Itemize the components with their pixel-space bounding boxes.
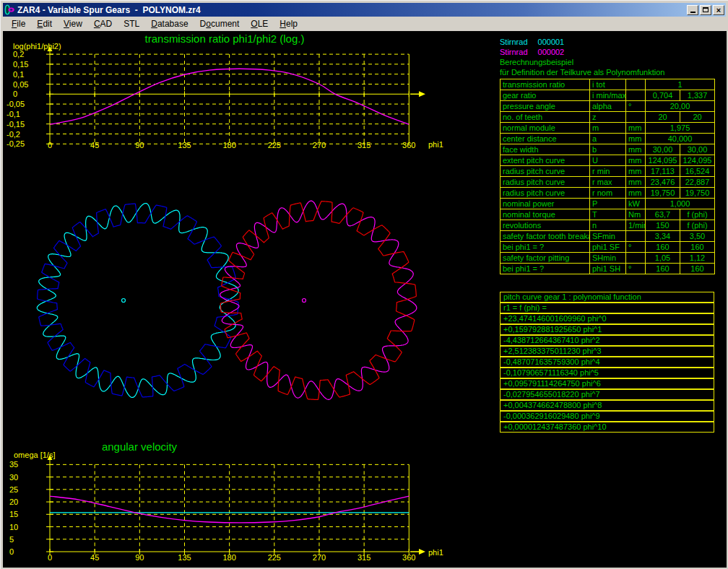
description-line-2: für Definition der Teilkurve als Polynom… (500, 67, 664, 77)
table-cell: 1/min (626, 220, 646, 231)
table-row: gear ratioi min/max0,7041,337 (500, 90, 715, 101)
table-cell: mm (626, 166, 646, 177)
menu-item-document[interactable]: Document (194, 17, 246, 30)
table-cell: SHmin (590, 253, 626, 264)
menu-item-ole[interactable]: OLE (245, 17, 274, 30)
table-cell: mm (626, 123, 646, 134)
menu-item-file[interactable]: File (6, 17, 31, 30)
poly-coefficient: +23,474146001609960 phi^0 (500, 313, 714, 324)
table-cell: r nom (590, 188, 626, 199)
table-cell: no. of teeth (500, 112, 590, 123)
poly-coefficient: -0,107906571116340 phi^5 (500, 368, 714, 378)
table-row: nominal powerPkW1,000 (500, 199, 715, 209)
menu-item-cad[interactable]: CAD (88, 17, 118, 30)
window-controls: × (687, 5, 726, 15)
table-cell: kW (626, 199, 646, 209)
close-button[interactable]: × (713, 5, 724, 15)
table-cell: 30,00 (680, 144, 715, 155)
table-cell: mm (626, 188, 646, 199)
table-cell: bei phi1 = ? (500, 264, 590, 274)
table-cell: 3,34 (646, 231, 680, 242)
table-cell: ° (626, 101, 646, 112)
table-cell: 0,704 (646, 90, 680, 101)
table-cell: i min/max (590, 90, 626, 101)
poly-coefficient: +0,159792881925650 phi^1 (500, 324, 714, 335)
table-row: bei phi1 = ?phi1 SF°160160 (500, 242, 715, 253)
table-row: no. of teethz2020 (500, 112, 715, 123)
table-cell: center distance (500, 134, 590, 144)
table-cell: 124,095 (680, 155, 715, 166)
poly-coefficient: -0,027954655018220 phi^7 (500, 389, 714, 400)
poly-coefficient: -0,000362916029480 phi^9 (500, 411, 714, 422)
gear2-header: Stirnrad000002 (500, 47, 564, 57)
table-cell (626, 231, 646, 242)
menu-item-stl[interactable]: STL (118, 17, 145, 30)
table-row: normal modulemmm1,975 (500, 123, 715, 134)
gear1-header: Stirnrad000001 (500, 37, 564, 47)
table-cell: 160 (680, 242, 715, 253)
table-cell: 1 (646, 79, 715, 90)
table-cell: safety factor tooth breakage (500, 231, 590, 242)
table-cell: mm (626, 134, 646, 144)
table-cell: radius pitch curve (500, 188, 590, 199)
table-cell: mm (626, 144, 646, 155)
table-row: nominal torqueTNm63,7f (phi) (500, 209, 715, 220)
table-cell: 1,337 (680, 90, 715, 101)
table-cell: 23,476 (646, 177, 680, 188)
table-cell: r max (590, 177, 626, 188)
table-cell: mm (626, 177, 646, 188)
table-cell: 30,00 (646, 144, 680, 155)
table-row: radius pitch curver minmm17,11316,524 (500, 166, 715, 177)
table-cell: 20 (680, 112, 715, 123)
table-cell: nominal torque (500, 209, 590, 220)
table-cell: revolutions (500, 220, 590, 231)
maximize-icon (703, 7, 708, 12)
menu-item-database[interactable]: Database (145, 17, 194, 30)
maximize-button[interactable] (700, 5, 711, 15)
table-cell: mm (626, 155, 646, 166)
poly-coefficient: +2,512383375011230 phi^3 (500, 346, 714, 357)
table-cell: extent pitch curve (500, 155, 590, 166)
table-cell: 22,887 (680, 177, 715, 188)
table-row: face widthbmm30,0030,00 (500, 144, 715, 155)
table-cell (626, 79, 646, 90)
polynomial-table: pitch curve gear 1 : polynomial function… (500, 292, 714, 433)
window-title: ZAR4 - Variable Spur Gears - POLYNOM.zr4 (17, 5, 201, 15)
table-cell: 20,00 (646, 101, 715, 112)
poly-coefficient: -0,487071635759300 phi^4 (500, 357, 714, 368)
table-cell: 1,05 (646, 253, 680, 264)
table-cell: a (590, 134, 626, 144)
table-cell: 20 (646, 112, 680, 123)
table-cell: 1,12 (680, 253, 715, 264)
table-row: transmission ratioi tot1 (500, 79, 715, 90)
gear2-label: Stirnrad (500, 48, 528, 56)
table-cell: 124,095 (646, 155, 680, 166)
table-cell: safety factor pitting (500, 253, 590, 264)
table-cell: ° (626, 264, 646, 274)
menu-item-help[interactable]: Help (274, 17, 303, 30)
menu-item-edit[interactable]: Edit (31, 17, 58, 30)
app-icon (4, 4, 15, 15)
menu-item-view[interactable]: View (58, 17, 88, 30)
table-row: extent pitch curveUmm124,095124,095 (500, 155, 715, 166)
table-cell: radius pitch curve (500, 177, 590, 188)
table-cell: nominal power (500, 199, 590, 209)
results-panel: Stirnrad000001 Stirnrad000002 Berechnung… (3, 31, 727, 568)
table-row: safety factor tooth breakageSFmin3,343,5… (500, 231, 715, 242)
table-cell: face width (500, 144, 590, 155)
table-cell: i tot (590, 79, 626, 90)
table-cell: Nm (626, 209, 646, 220)
minimize-button[interactable] (687, 5, 698, 15)
table-row: radius pitch curver maxmm23,47622,887 (500, 177, 715, 188)
poly-table-header: pitch curve gear 1 : polynomial function (500, 292, 714, 303)
table-cell: n (590, 220, 626, 231)
poly-coefficient: +0,000012437487360 phi^10 (500, 422, 714, 433)
table-cell: T (590, 209, 626, 220)
table-cell: ° (626, 242, 646, 253)
table-row: revolutionsn1/min150f (phi) (500, 220, 715, 231)
poly-formula: r1 = f (phi) = (500, 303, 714, 313)
table-row: safety factor pittingSHmin1,051,12 (500, 253, 715, 264)
table-cell: phi1 SF (590, 242, 626, 253)
table-row: pressure anglealpha°20,00 (500, 101, 715, 112)
gear1-number: 000001 (538, 38, 565, 46)
